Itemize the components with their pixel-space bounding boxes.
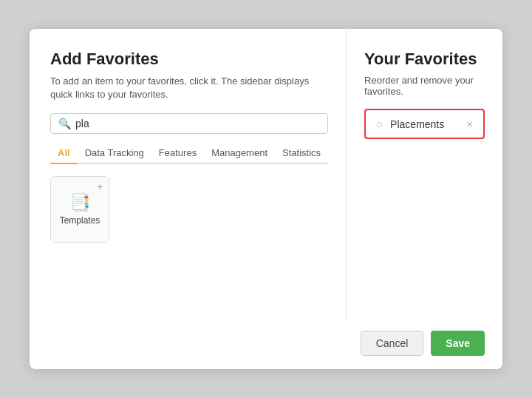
tab-management[interactable]: Management <box>204 143 275 163</box>
item-card-templates[interactable]: + 📑 Templates <box>50 176 109 243</box>
tab-statistics[interactable]: Statistics <box>275 143 328 163</box>
left-panel-title: Add Favorites <box>50 50 328 69</box>
favorite-item-placements: ○ Placements × <box>364 109 485 139</box>
add-icon: + <box>97 181 103 192</box>
favorite-label-placements: Placements <box>390 118 466 130</box>
search-input[interactable] <box>75 118 320 129</box>
item-label-templates: Templates <box>60 215 100 226</box>
right-panel: Your Favorites Reorder and remove your f… <box>347 29 502 320</box>
remove-favorite-button[interactable]: × <box>466 118 473 130</box>
items-grid: + 📑 Templates <box>50 176 328 243</box>
add-favorites-dialog: Add Favorites To add an item to your fav… <box>30 29 502 369</box>
tabs-bar: All Data Tracking Features Management St… <box>50 143 328 164</box>
dialog-footer: Cancel Save <box>30 320 502 369</box>
search-box: 🔍 <box>50 113 328 134</box>
cancel-button[interactable]: Cancel <box>361 331 424 356</box>
dialog-body: Add Favorites To add an item to your fav… <box>30 29 502 320</box>
left-panel-description: To add an item to your favorites, click … <box>50 75 328 101</box>
save-button[interactable]: Save <box>431 331 485 356</box>
pin-icon: ○ <box>376 118 383 130</box>
right-panel-description: Reorder and remove your favorites. <box>364 75 485 97</box>
search-icon: 🔍 <box>58 118 71 129</box>
left-panel: Add Favorites To add an item to your fav… <box>30 29 347 320</box>
tab-data-tracking[interactable]: Data Tracking <box>78 143 151 163</box>
templates-icon: 📑 <box>70 193 90 212</box>
tab-all[interactable]: All <box>50 143 78 164</box>
right-panel-title: Your Favorites <box>364 50 485 69</box>
tab-features[interactable]: Features <box>151 143 204 163</box>
